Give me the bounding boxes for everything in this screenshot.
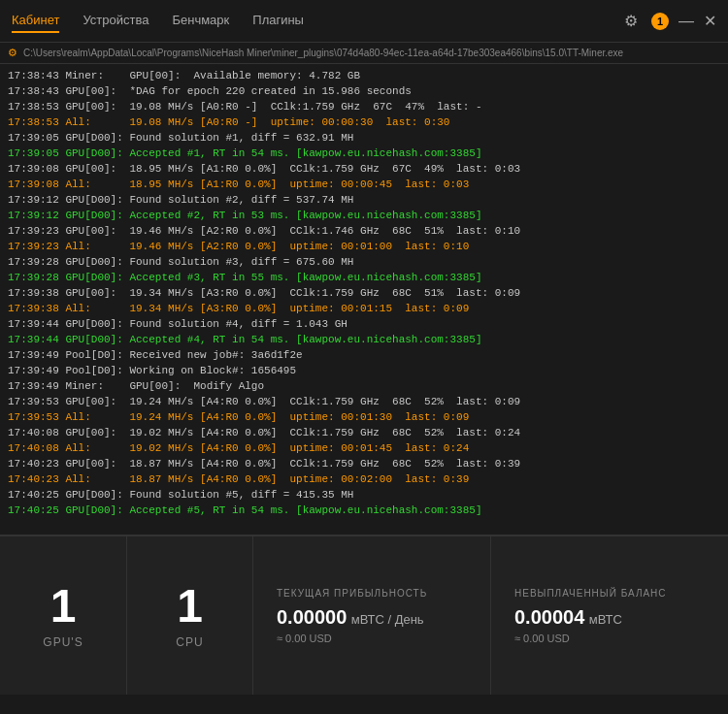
unpaid-balance-usd: ≈ 0.00 USD bbox=[514, 633, 705, 644]
nav-plugins[interactable]: Плагины bbox=[252, 9, 304, 33]
nav-items: Кабинет Устройства Бенчмарк Плагины bbox=[12, 9, 620, 33]
nav-devices[interactable]: Устройства bbox=[83, 9, 149, 33]
gpu-label: GPU'S bbox=[43, 635, 83, 649]
gear-icon[interactable]: ⚙ bbox=[620, 8, 642, 34]
log-line: 17:40:08 All: 19.02 MH/s [A4:R0 0.0%] up… bbox=[8, 440, 720, 456]
miner-path: C:\Users\realm\AppData\Local\Programs\Ni… bbox=[23, 48, 623, 58]
log-line: 17:40:23 GPU[00]: 18.87 MH/s [A4:R0 0.0%… bbox=[8, 456, 720, 471]
cpu-count: 1 bbox=[177, 583, 203, 630]
title-bar-controls: ⚙ 1 — ✕ bbox=[620, 8, 716, 34]
gpu-count: 1 bbox=[50, 583, 77, 630]
unpaid-balance-block: НЕВЫПЛАЧЕННЫЙ БАЛАНС 0.00004 мВТС ≈ 0.00… bbox=[490, 536, 728, 695]
log-line: 17:39:49 Pool[D0]: Received new job#: 3a… bbox=[8, 347, 720, 363]
log-line: 17:39:38 GPU[00]: 19.34 MH/s [A3:R0 0.0%… bbox=[8, 285, 720, 301]
log-line: 17:38:43 GPU[00]: *DAG for epoch 220 cre… bbox=[8, 83, 720, 99]
log-line: 17:39:12 GPU[D00]: Found solution #2, di… bbox=[8, 192, 720, 208]
log-line: 17:39:28 GPU[D00]: Found solution #3, di… bbox=[8, 254, 720, 270]
unpaid-balance-unit-text: мВТС bbox=[589, 612, 622, 627]
log-line: 17:39:49 Miner: GPU[00]: Modify Algo bbox=[8, 378, 720, 394]
log-line: 17:38:43 Miner: GPU[00]: Available memor… bbox=[8, 68, 720, 83]
current-profit-unit-text: мВТС / День bbox=[351, 612, 424, 627]
log-line: 17:39:23 All: 19.46 MH/s [A2:R0 0.0%] up… bbox=[8, 239, 720, 254]
nav-benchmark[interactable]: Бенчмарк bbox=[172, 9, 229, 33]
log-line: 17:38:53 GPU[00]: 19.08 MH/s [A0:R0 -] C… bbox=[8, 99, 720, 114]
settings-icon: ⚙ bbox=[8, 47, 17, 59]
log-line: 17:39:44 GPU[D00]: Accepted #4, RT in 54… bbox=[8, 332, 720, 347]
log-line: 17:40:25 GPU[D00]: Found solution #5, di… bbox=[8, 487, 720, 503]
current-profit-value: 0.00000 bbox=[277, 606, 347, 628]
close-button[interactable]: ✕ bbox=[704, 12, 716, 30]
log-line: 17:39:38 All: 19.34 MH/s [A3:R0 0.0%] up… bbox=[8, 301, 720, 316]
log-line: 17:38:53 All: 19.08 MH/s [A0:R0 -] uptim… bbox=[8, 114, 720, 130]
unpaid-balance-value-line: 0.00004 мВТС bbox=[514, 606, 705, 629]
current-profit-value-line: 0.00000 мВТС / День bbox=[277, 606, 467, 629]
log-line: 17:39:53 All: 19.24 MH/s [A4:R0 0.0%] up… bbox=[8, 409, 720, 425]
path-bar: ⚙ C:\Users\realm\AppData\Local\Programs\… bbox=[0, 43, 728, 64]
log-line: 17:40:25 GPU[D00]: Accepted #5, RT in 54… bbox=[8, 503, 720, 518]
log-line: 17:40:23 All: 18.87 MH/s [A4:R0 0.0%] up… bbox=[8, 471, 720, 487]
unpaid-balance-value: 0.00004 bbox=[514, 606, 584, 628]
log-line: 17:39:05 GPU[D00]: Found solution #1, di… bbox=[8, 130, 720, 146]
gpu-stat-block: 1 GPU'S bbox=[0, 536, 126, 695]
log-line: 17:40:08 GPU[00]: 19.02 MH/s [A4:R0 0.0%… bbox=[8, 425, 720, 440]
cpu-stat-block: 1 CPU bbox=[126, 536, 252, 695]
nav-cabinet[interactable]: Кабинет bbox=[12, 9, 59, 33]
stats-bar: 1 GPU'S 1 CPU ТЕКУЩАЯ ПРИБЫЛЬНОСТЬ 0.000… bbox=[0, 535, 728, 695]
log-line: 17:39:08 All: 18.95 MH/s [A1:R0 0.0%] up… bbox=[8, 177, 720, 192]
log-line: 17:39:08 GPU[00]: 18.95 MH/s [A1:R0 0.0%… bbox=[8, 161, 720, 177]
log-line: 17:39:28 GPU[D00]: Accepted #3, RT in 55… bbox=[8, 270, 720, 285]
log-line: 17:39:44 GPU[D00]: Found solution #4, di… bbox=[8, 316, 720, 332]
log-area[interactable]: 17:38:43 Miner: GPU[00]: Available memor… bbox=[0, 64, 728, 535]
title-bar: Кабинет Устройства Бенчмарк Плагины ⚙ 1 … bbox=[0, 0, 728, 43]
log-line: 17:39:53 GPU[00]: 19.24 MH/s [A4:R0 0.0%… bbox=[8, 394, 720, 409]
current-profit-header: ТЕКУЩАЯ ПРИБЫЛЬНОСТЬ bbox=[277, 588, 467, 599]
current-profit-block: ТЕКУЩАЯ ПРИБЫЛЬНОСТЬ 0.00000 мВТС / День… bbox=[252, 536, 490, 695]
log-line: 17:39:05 GPU[D00]: Accepted #1, RT in 54… bbox=[8, 146, 720, 161]
cpu-label: CPU bbox=[176, 635, 203, 649]
notification-badge[interactable]: 1 bbox=[651, 13, 669, 30]
current-profit-usd: ≈ 0.00 USD bbox=[277, 633, 467, 644]
minimize-button[interactable]: — bbox=[678, 13, 694, 30]
log-line: 17:39:12 GPU[D00]: Accepted #2, RT in 53… bbox=[8, 208, 720, 223]
log-line: 17:39:23 GPU[00]: 19.46 MH/s [A2:R0 0.0%… bbox=[8, 223, 720, 239]
log-line: 17:39:49 Pool[D0]: Working on Block#: 16… bbox=[8, 363, 720, 378]
unpaid-balance-header: НЕВЫПЛАЧЕННЫЙ БАЛАНС bbox=[514, 588, 705, 599]
